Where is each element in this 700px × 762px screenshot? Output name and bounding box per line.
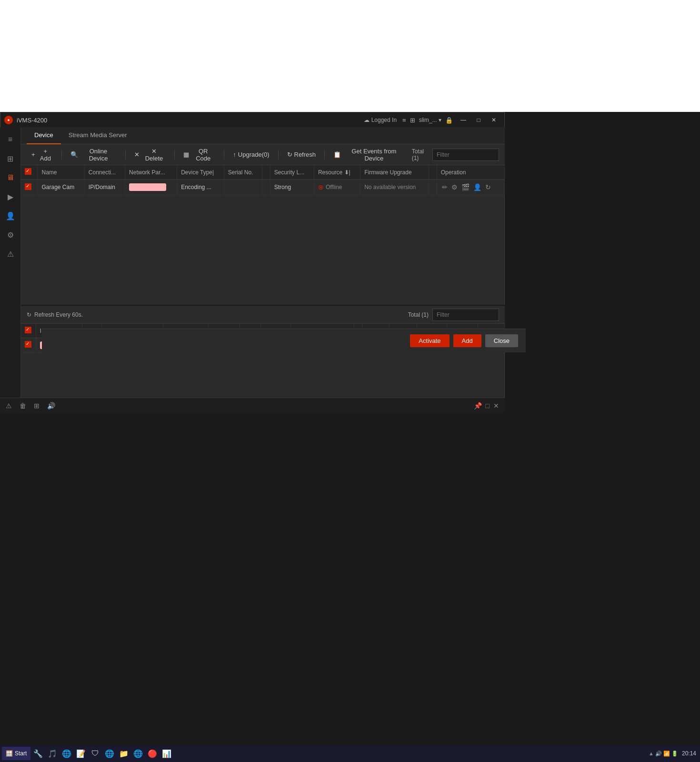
taskbar-item-10[interactable]: 📊 [160,747,173,760]
add-button[interactable]: + + Add [27,146,58,164]
taskbar-item-1[interactable]: 🔧 [31,747,45,760]
delete-status-icon[interactable]: 🗑 [20,402,26,410]
device-table-wrapper: Name Connecti... Network Par... Device T… [21,165,505,195]
qr-code-label: QR Code [191,148,215,162]
upgrade-button[interactable]: ↑ Upgrade(0) [228,149,274,160]
alert-icon[interactable]: ⚠ [6,402,12,410]
col-serial[interactable]: Serial No. [224,165,262,180]
header-checkbox[interactable] [25,168,31,175]
offline-text: Offline [326,184,342,190]
col-device-type[interactable]: Device Type| [177,165,224,180]
qr-icon: ▦ [183,151,189,158]
taskbar-item-7[interactable]: 📁 [117,747,130,760]
sub-tab-stream-label: Stream Media Server [69,131,127,139]
col-separator [262,165,270,180]
col-security[interactable]: Security L... [270,165,314,180]
add-label: + Add [38,148,53,162]
col-network[interactable]: Network Par... [125,165,177,180]
maximize-button[interactable]: □ [472,115,485,125]
taskbar-item-9[interactable]: 🔴 [146,747,159,760]
record-icon[interactable]: 🎬 [460,182,470,192]
taskbar-item-4[interactable]: 📝 [74,747,88,760]
taskbar-item-6[interactable]: 🌐 [103,747,116,760]
sidebar-item-menu[interactable]: ≡ [2,131,19,148]
online-device-button[interactable]: 🔍 Online Device [66,146,121,164]
col-firmware[interactable]: Firmware Upgrade [360,165,429,180]
network-blurred: 192.168.1.64 [129,183,166,191]
sidebar-item-settings[interactable]: ⚙ [2,226,19,243]
sidebar-item-playback[interactable]: ▶ [2,188,19,205]
settings-icon[interactable]: ⚙ [450,182,459,192]
refresh-button[interactable]: ↻ Refresh [282,149,321,160]
sidebar-item-grid[interactable]: ⊞ [2,150,19,167]
taskbar-item-2[interactable]: 🎵 [46,747,59,760]
sub-tab-stream-media[interactable]: Stream Media Server [61,127,135,144]
device-filter-input[interactable] [432,149,499,161]
offline-icon: ⊗ [318,183,324,191]
qr-code-button[interactable]: ▦ QR Code [179,146,220,164]
bottom-toolbar: ↻ Refresh Every 60s. Total (1) [21,306,505,324]
col-checkbox [21,165,38,180]
row-serial [224,180,262,195]
cloud-status: ☁ Logged In [364,117,397,123]
online-device-label: Online Device [80,148,117,162]
sub-tabs: Device Stream Media Server [21,127,505,144]
add-icon: + [31,151,35,158]
taskbar-item-5[interactable]: 🛡 [89,747,102,760]
bottom-panel: ↻ Refresh Every 60s. Total (1) IPv4 IPv6… [21,305,505,352]
sound-icon[interactable]: 🔊 [47,402,55,410]
sub-tab-device[interactable]: Device [27,127,61,144]
menu-icon[interactable]: ≡ [402,117,406,124]
user-icon[interactable]: 👤 [472,182,482,192]
brow-checkbox[interactable] [21,338,36,352]
sidebar-item-device[interactable]: 🖥 [2,169,19,186]
close-button[interactable]: Close [485,334,518,347]
close-status-icon[interactable]: ✕ [493,402,499,410]
sync-icon[interactable]: ↻ [484,182,492,192]
close-window-button[interactable]: ✕ [487,115,500,125]
col-connection[interactable]: Connecti... [84,165,125,180]
user-info: slim_... ▾ [419,117,441,123]
row-resource: ⊗ Offline [314,180,360,195]
col-name[interactable]: Name [38,165,84,180]
sep1 [61,150,62,160]
taskbar-item-3[interactable]: 🌐 [60,747,73,760]
bottom-header-checkbox[interactable] [25,327,31,333]
refresh-icon: ↻ [287,151,292,158]
refresh-label: Refresh [294,151,316,158]
sep6 [324,150,325,160]
start-icon: 🪟 [6,750,13,757]
upgrade-label: Upgrade(0) [238,151,270,158]
start-button[interactable]: 🪟 Start [2,747,30,760]
delete-button[interactable]: ✕ ✕ Delete [130,146,170,164]
grid-icon[interactable]: ⊞ [410,117,415,124]
row-name: Garage Cam [38,180,84,195]
grid-status-icon[interactable]: ⊞ [34,402,40,410]
row-device-type: Encoding ... [177,180,224,195]
main-content: Device Stream Media Server + + Add 🔍 Onl… [21,127,505,195]
sidebar-item-person[interactable]: 👤 [2,207,19,224]
restore-icon[interactable]: □ [486,402,490,410]
title-bar: ● iVMS-4200 ☁ Logged In ≡ ⊞ slim_... ▾ 🔒… [0,112,504,128]
taskbar-item-8[interactable]: 🌐 [131,747,145,760]
get-events-label: Get Events from Device [343,148,405,162]
add-device-button[interactable]: Add [453,334,481,347]
device-total: Total (1) [412,148,429,161]
edit-icon[interactable]: ✏ [441,182,449,192]
pin-icon[interactable]: 📌 [474,402,482,410]
sub-tab-device-label: Device [34,131,53,139]
col-operation: Operation [437,165,504,180]
activate-button[interactable]: Activate [410,334,449,347]
start-label: Start [15,750,27,757]
col-resource[interactable]: Resource ⬇| [314,165,360,180]
taskbar-right: ▲ 🔊 📶 🔋 20:14 [649,750,698,757]
taskbar: 🪟 Start 🔧 🎵 🌐 📝 🛡 🌐 📁 🌐 🔴 📊 ▲ 🔊 📶 🔋 20:1… [0,745,700,762]
get-events-button[interactable]: 📋 Get Events from Device [329,146,410,164]
bottom-total: Total (1) [408,311,429,318]
bottom-filter-input[interactable] [432,309,499,321]
sidebar-item-alert[interactable]: ⚠ [2,245,19,262]
toolbar: + + Add 🔍 Online Device ✕ ✕ Delete ▦ QR … [21,144,505,165]
minimize-button[interactable]: — [457,115,470,125]
row-checkbox[interactable] [21,180,38,195]
lock-icon[interactable]: 🔒 [445,117,453,124]
